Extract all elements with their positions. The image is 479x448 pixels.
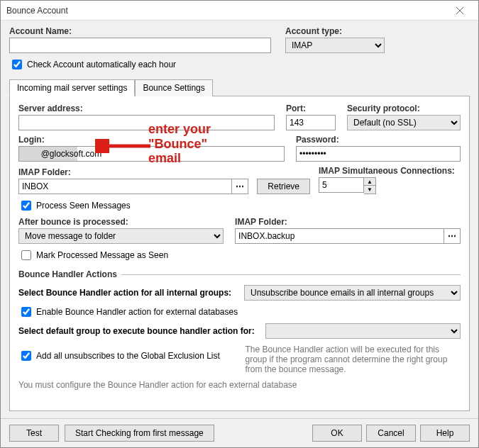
imap-connections-input[interactable] — [319, 177, 364, 193]
server-address-label: Server address: — [18, 103, 275, 113]
start-checking-button[interactable]: Start Checking from first message — [65, 425, 214, 442]
ok-button[interactable]: OK — [312, 425, 362, 442]
add-unsubscribes-label: Add all unsubscribes to the Global Exclu… — [36, 351, 220, 361]
process-seen-checkbox[interactable] — [21, 201, 31, 211]
enable-external-label: Enable Bounce Handler action for externa… — [36, 307, 238, 317]
after-bounce-select[interactable]: Move message to folder — [18, 228, 224, 244]
port-label: Port: — [286, 103, 336, 113]
imap-folder-browse-button[interactable]: ⋯ — [231, 179, 248, 194]
after-imap-folder-browse-button[interactable]: ⋯ — [444, 228, 461, 244]
spinner-down-icon[interactable]: ▼ — [364, 186, 375, 194]
spinner-up-icon[interactable]: ▲ — [364, 178, 375, 186]
incoming-panel: Server address: Port: Security protocol:… — [9, 96, 470, 411]
after-imap-folder-label: IMAP Folder: — [235, 217, 461, 227]
security-protocol-label: Security protocol: — [347, 103, 461, 113]
tab-bounce-settings[interactable]: Bounce Settings — [135, 79, 212, 96]
account-name-label: Account Name: — [9, 26, 271, 36]
internal-action-select[interactable]: Unsubscribe bounce emails in all interna… — [244, 285, 461, 301]
server-address-input[interactable] — [18, 115, 275, 130]
internal-action-label: Select Bounce Handler action for all int… — [18, 288, 238, 298]
annotation-arrow-icon — [95, 139, 152, 153]
titlebar: Bounce Account — [1, 1, 478, 21]
help-button[interactable]: Help — [420, 425, 470, 442]
dialog-content: Account Name: Account type: IMAP Check A… — [1, 21, 478, 418]
after-imap-folder-input[interactable] — [235, 228, 444, 244]
check-account-checkbox[interactable] — [12, 60, 22, 69]
after-bounce-label: After bounce is processed: — [18, 217, 224, 227]
bounce-handler-section-title: Bounce Handler Actions — [18, 269, 117, 279]
cancel-button[interactable]: Cancel — [366, 425, 416, 442]
password-input[interactable] — [296, 146, 461, 162]
close-icon — [456, 7, 463, 14]
add-unsubscribes-checkbox[interactable] — [21, 351, 31, 361]
password-label: Password: — [296, 135, 461, 145]
imap-folder-input[interactable] — [18, 179, 231, 194]
bounce-account-dialog: Bounce Account Account Name: Account typ… — [0, 0, 479, 448]
enable-external-checkbox[interactable] — [21, 307, 31, 317]
external-db-note: You must configure the Bounce Handler ac… — [18, 380, 461, 390]
tab-incoming[interactable]: Incoming mail server settings — [9, 79, 135, 96]
imap-connections-label: IMAP Simultaneous Connections: — [319, 166, 461, 176]
imap-folder-label: IMAP Folder: — [18, 167, 248, 177]
account-type-label: Account type: — [285, 26, 385, 36]
default-group-select[interactable] — [265, 323, 461, 339]
check-account-label: Check Account automatically each hour — [27, 60, 176, 69]
close-button[interactable] — [447, 2, 473, 19]
retrieve-button[interactable]: Retrieve — [257, 179, 310, 194]
dialog-footer: Test Start Checking from first message O… — [1, 418, 478, 447]
port-input[interactable] — [286, 115, 336, 130]
process-seen-label: Process Seen Messages — [36, 201, 131, 211]
account-name-input[interactable] — [9, 38, 271, 53]
window-title: Bounce Account — [6, 6, 68, 16]
default-group-label: Select default group to execute bounce h… — [18, 326, 260, 336]
default-group-help-text: The Bounce Handler action will be execut… — [246, 345, 461, 374]
section-divider — [121, 274, 461, 275]
mark-processed-label: Mark Processed Message as Seen — [36, 250, 168, 260]
tabs: Incoming mail server settings Bounce Set… — [9, 79, 470, 96]
account-type-select[interactable]: IMAP — [285, 38, 385, 53]
imap-connections-spinner[interactable]: ▲ ▼ — [364, 177, 376, 194]
test-button[interactable]: Test — [9, 425, 59, 442]
security-protocol-select[interactable]: Default (no SSL) — [347, 115, 461, 130]
mark-processed-checkbox[interactable] — [21, 250, 31, 260]
